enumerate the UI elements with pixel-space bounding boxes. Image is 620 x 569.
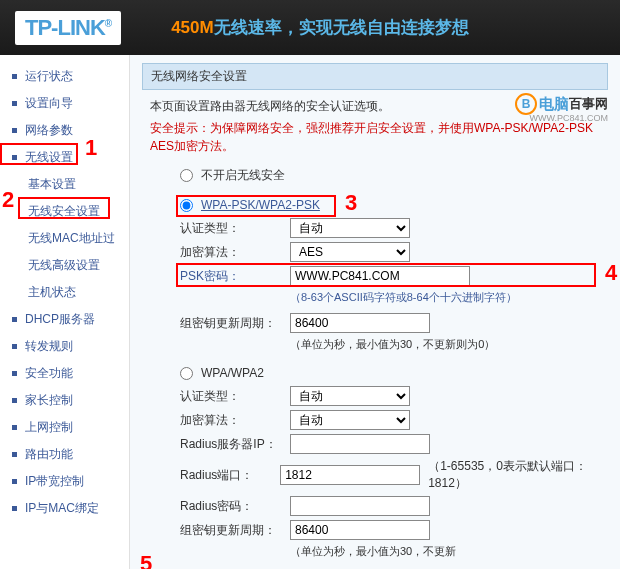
- sidebar-item-wireless[interactable]: 无线设置: [0, 144, 129, 171]
- psk-label: PSK密码：: [180, 268, 290, 285]
- sidebar-sub-security[interactable]: 无线安全设置: [0, 198, 129, 225]
- radius-pwd-input[interactable]: [290, 496, 430, 516]
- wpa-rekey-input[interactable]: [290, 520, 430, 540]
- radio-wpapsk-label: WPA-PSK/WPA2-PSK: [201, 198, 320, 212]
- sidebar-item-dhcp[interactable]: DHCP服务器: [0, 306, 129, 333]
- radio-disable-label: 不开启无线安全: [201, 167, 285, 184]
- sidebar-sub-basic[interactable]: 基本设置: [0, 171, 129, 198]
- rekey-hint: （单位为秒，最小值为30，不更新则为0）: [290, 337, 608, 352]
- sidebar-item-security[interactable]: 安全功能: [0, 360, 129, 387]
- header: TP-LINK® 450M无线速率，实现无线自由连接梦想: [0, 0, 620, 55]
- radius-port-input[interactable]: [280, 465, 420, 485]
- sidebar-item-access[interactable]: 上网控制: [0, 414, 129, 441]
- radius-ip-label: Radius服务器IP：: [180, 436, 290, 453]
- wpa-enc-select[interactable]: 自动: [290, 410, 410, 430]
- sidebar-sub-hosts[interactable]: 主机状态: [0, 279, 129, 306]
- header-tagline: 450M无线速率，实现无线自由连接梦想: [171, 16, 469, 39]
- panel-title: 无线网络安全设置: [142, 63, 608, 90]
- psk-input[interactable]: [290, 266, 470, 286]
- marker-4: 4: [605, 260, 617, 286]
- sidebar-item-ipmac[interactable]: IP与MAC绑定: [0, 495, 129, 522]
- wpa-enc-label: 加密算法：: [180, 412, 290, 429]
- sidebar-item-bandwidth[interactable]: IP带宽控制: [0, 468, 129, 495]
- main-panel: 无线网络安全设置 本页面设置路由器无线网络的安全认证选项。 安全提示：为保障网络…: [130, 55, 620, 569]
- rekey-label: 组密钥更新周期：: [180, 315, 290, 332]
- radius-port-hint: （1-65535，0表示默认端口：1812）: [428, 458, 608, 492]
- marker-3: 3: [345, 190, 357, 216]
- wpa-auth-select[interactable]: 自动: [290, 386, 410, 406]
- sidebar-item-forward[interactable]: 转发规则: [0, 333, 129, 360]
- logo: TP-LINK®: [15, 11, 121, 45]
- psk-hint: （8-63个ASCII码字符或8-64个十六进制字符）: [290, 290, 608, 305]
- radio-wpa[interactable]: [180, 367, 193, 380]
- sidebar-item-status[interactable]: 运行状态: [0, 63, 129, 90]
- sidebar-item-network[interactable]: 网络参数: [0, 117, 129, 144]
- radio-wpapsk[interactable]: [180, 199, 193, 212]
- warning-text: 安全提示：为保障网络安全，强烈推荐开启安全设置，并使用WPA-PSK/WPA2-…: [150, 119, 608, 155]
- radio-wpa-label: WPA/WPA2: [201, 366, 264, 380]
- sidebar: 运行状态 设置向导 网络参数 无线设置 基本设置 无线安全设置 无线MAC地址过…: [0, 55, 130, 569]
- wpa-rekey-label: 组密钥更新周期：: [180, 522, 290, 539]
- auth-label: 认证类型：: [180, 220, 290, 237]
- radius-pwd-label: Radius密码：: [180, 498, 290, 515]
- sidebar-sub-mac[interactable]: 无线MAC地址过: [0, 225, 129, 252]
- sidebar-item-routing[interactable]: 路由功能: [0, 441, 129, 468]
- radius-ip-input[interactable]: [290, 434, 430, 454]
- enc-label: 加密算法：: [180, 244, 290, 261]
- marker-5: 5: [140, 551, 152, 569]
- brand-logo: B 电脑百事网 WWW.PC841.COM: [515, 93, 608, 115]
- radius-port-label: Radius端口：: [180, 467, 280, 484]
- sidebar-item-wizard[interactable]: 设置向导: [0, 90, 129, 117]
- rekey-input[interactable]: [290, 313, 430, 333]
- brand-icon: B: [515, 93, 537, 115]
- sidebar-sub-advanced[interactable]: 无线高级设置: [0, 252, 129, 279]
- sidebar-item-parental[interactable]: 家长控制: [0, 387, 129, 414]
- wpa-auth-label: 认证类型：: [180, 388, 290, 405]
- auth-select[interactable]: 自动: [290, 218, 410, 238]
- enc-select[interactable]: AES: [290, 242, 410, 262]
- wpa-rekey-hint: （单位为秒，最小值为30，不更新: [290, 544, 608, 559]
- radio-disable[interactable]: [180, 169, 193, 182]
